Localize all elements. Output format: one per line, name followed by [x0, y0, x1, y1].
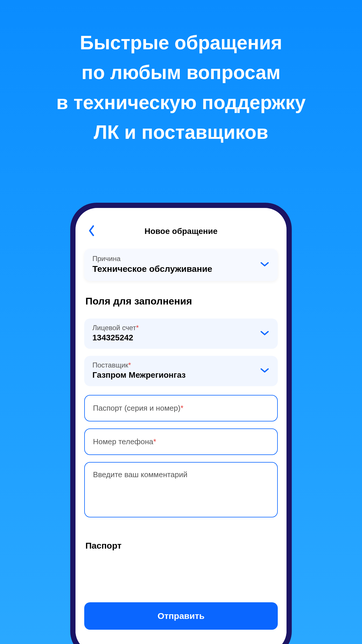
promo-line-1: Быстрые обращения [0, 28, 362, 57]
supplier-value: Газпром Межрегионгаз [92, 370, 260, 380]
fields-section-title: Поля для заполнения [85, 295, 278, 307]
account-value: 134325242 [92, 333, 260, 342]
passport-input[interactable]: Паспорт (серия и номер)* [84, 395, 278, 421]
chevron-down-icon [260, 259, 270, 269]
promo-line-4: ЛК и поставщиков [0, 117, 362, 147]
chevron-left-icon [87, 225, 96, 237]
reason-label: Причина [92, 255, 260, 263]
page-title: Новое обращение [145, 227, 218, 236]
account-select[interactable]: Лицевой счет* 134325242 [84, 318, 278, 349]
promo-line-3: в техническую поддержку [0, 88, 362, 117]
navigation-bar: Новое обращение [75, 223, 287, 240]
submit-bar: Отправить [75, 598, 287, 644]
supplier-select[interactable]: Поставщик* Газпром Межрегионгаз [84, 356, 278, 386]
phone-screen: Новое обращение Причина Техническое обсл… [75, 208, 287, 644]
promo-heading: Быстрые обращения по любым вопросам в те… [0, 0, 362, 147]
reason-select[interactable]: Причина Техническое обслуживание [84, 249, 278, 281]
account-label: Лицевой счет* [92, 324, 260, 332]
supplier-label: Поставщик* [92, 361, 260, 369]
passport-section-label: Паспорт [85, 541, 278, 551]
phone-device-frame: Новое обращение Причина Техническое обсл… [70, 203, 292, 644]
chevron-down-icon [260, 365, 270, 375]
chevron-down-icon [260, 328, 270, 338]
comment-textarea[interactable]: Введите ваш комментарий [84, 462, 278, 517]
submit-button[interactable]: Отправить [84, 602, 278, 630]
promo-line-2: по любым вопросам [0, 57, 362, 87]
phone-input[interactable]: Номер телефона* [84, 428, 278, 455]
reason-value: Техническое обслуживание [92, 264, 260, 274]
back-button[interactable] [87, 225, 96, 238]
